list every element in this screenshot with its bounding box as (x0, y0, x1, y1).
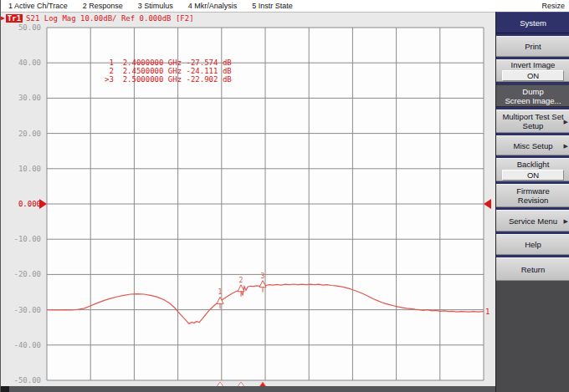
softkey-label: Firmware (516, 186, 550, 196)
softkey-sidebar: SystemPrintInvert ImageONDumpScreen Imag… (495, 12, 569, 392)
plot-area: 1123 1 2.4000000 GHz -27.574 dB 2 2.4500… (47, 28, 484, 380)
softkey-label: Screen Image... (505, 96, 561, 105)
softkey-label: System (520, 18, 546, 28)
softkey-system[interactable]: System (496, 12, 569, 33)
bottom-left-corner-mark (1, 386, 9, 392)
menu-item-4[interactable]: 4 Mkr/Analysis (181, 2, 245, 10)
trace-status-text: S21 Log Mag 10.00dB/ Ref 0.000dB [F2] (26, 14, 193, 23)
vna-screen: 1 Active Ch/Trace2 Response3 Stimulus4 M… (0, 0, 569, 392)
softkey-invert-image[interactable]: Invert ImageON (496, 59, 569, 82)
toggle-state-box: ON (502, 170, 564, 181)
y-axis-label: -40.00 (1, 341, 41, 349)
softkey-label: Multiport Test Set (502, 112, 563, 121)
softkey-label: Invert Image (511, 60, 556, 69)
y-axis-label: -30.00 (1, 306, 41, 314)
softkey-label: Print (525, 42, 541, 51)
softkey-label: Service Menu (509, 216, 557, 226)
softkey-multiport-test-set[interactable]: Multiport Test SetSetup▶ (496, 109, 569, 133)
ref-level-marker-right-icon[interactable] (484, 199, 491, 209)
menu-item-3[interactable]: 3 Stimulus (131, 2, 181, 10)
softkey-label: Backlight (517, 160, 550, 169)
marker-readout-row-1: 1 2.4000000 GHz -27.574 dB (105, 59, 232, 67)
marker-readout-row-3: >3 2.5000000 GHz -22.902 dB (105, 75, 232, 84)
softkey-label: Setup (523, 121, 544, 130)
softkey-print[interactable]: Print (496, 36, 569, 57)
softkey-label: Help (525, 240, 541, 249)
marker-readout-row-2: 2 2.4500000 GHz -24.111 dB (105, 67, 232, 75)
softkey-label: Return (521, 265, 546, 274)
marker-readout: 1 2.4000000 GHz -27.574 dB 2 2.4500000 G… (105, 59, 232, 84)
y-axis-label: 50.00 (1, 23, 41, 32)
trace-marker-number: 2 (239, 277, 243, 284)
bottom-status-bar (1, 386, 495, 392)
trace-status-line: ▶ Tr1 S21 Log Mag 10.00dB/ Ref 0.000dB [… (1, 13, 194, 23)
softkey-dump[interactable]: DumpScreen Image... (496, 84, 569, 107)
menu-item-2[interactable]: 2 Response (75, 2, 131, 10)
y-axis-label: 10.00 (1, 165, 41, 173)
softkey-return[interactable]: Return (496, 257, 569, 281)
softkey-label: Dump (522, 87, 543, 96)
softkey-firmware[interactable]: FirmwareRevision (496, 184, 569, 207)
y-axis-label: -50.00 (1, 376, 41, 384)
softkey-buttons: SystemPrintInvert ImageONDumpScreen Imag… (496, 12, 569, 281)
menu-item-1[interactable]: 1 Active Ch/Trace (1, 2, 75, 10)
active-trace-arrow-icon: ▶ (1, 14, 5, 22)
softkey-service-menu[interactable]: Service Menu▶ (496, 210, 569, 232)
softkey-help[interactable]: Help (496, 234, 569, 255)
submenu-arrow-icon: ▶ (564, 117, 568, 126)
softkey-label: Misc Setup (514, 141, 553, 150)
ref-level-marker-left-icon[interactable] (39, 199, 47, 209)
trace-number-label: 1 (485, 308, 490, 316)
toggle-state-box: ON (502, 70, 564, 81)
trace-marker-number: 1 (218, 288, 223, 296)
menu-bar: 1 Active Ch/Trace2 Response3 Stimulus4 M… (1, 0, 569, 13)
y-axis-label: 20.00 (1, 130, 41, 138)
y-axis-label: 30.00 (1, 94, 41, 102)
y-axis-label: -10.00 (1, 235, 41, 243)
y-axis-label: 40.00 (1, 59, 41, 67)
trace-marker-1-icon[interactable] (217, 297, 223, 303)
ref-level-label: 0.000 (1, 200, 41, 208)
menu-items: 1 Active Ch/Trace2 Response3 Stimulus4 M… (1, 2, 300, 10)
softkey-label: Revision (518, 196, 548, 205)
trace-badge[interactable]: Tr1 (6, 14, 23, 23)
resize-button[interactable]: Resize (536, 2, 569, 10)
menu-item-5[interactable]: 5 Instr State (244, 2, 300, 10)
softkey-backlight[interactable]: BacklightON (496, 158, 569, 181)
y-axis-label: -20.00 (1, 270, 41, 278)
submenu-arrow-icon: ▶ (564, 141, 568, 150)
trace-marker-number: 3 (261, 272, 265, 280)
softkey-misc-setup[interactable]: Misc Setup▶ (496, 135, 569, 155)
submenu-arrow-icon: ▶ (564, 216, 568, 226)
trace-marker-2-icon[interactable] (238, 285, 244, 292)
